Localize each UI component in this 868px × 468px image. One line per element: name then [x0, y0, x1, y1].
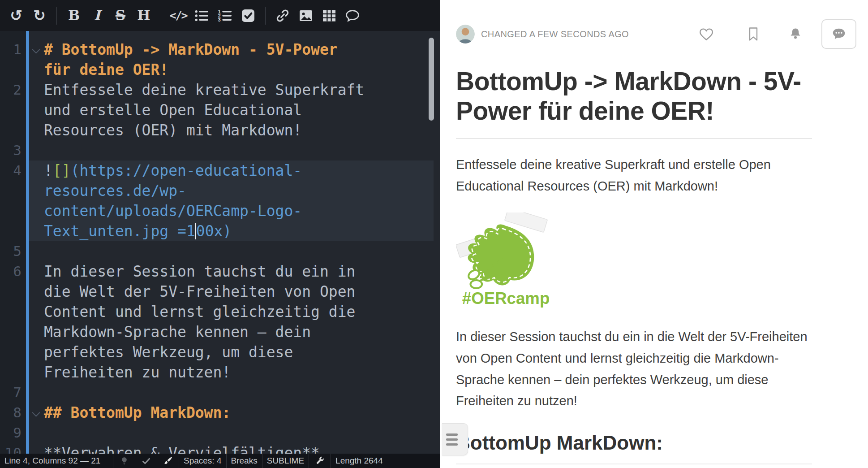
- code-row: 9: [0, 423, 440, 443]
- toolbar-code-button[interactable]: </>: [167, 5, 190, 26]
- code-segment: Markdown-Sprache kennen – dein: [44, 323, 311, 341]
- code-row: 5: [0, 241, 440, 261]
- bold-icon: B: [68, 9, 80, 22]
- code-segment: 00x): [196, 222, 232, 240]
- app-window: ↺↻BISH</>123 1# BottomUp -> MarkDown - 5…: [0, 0, 868, 468]
- code-row: die Welt der 5V-Freiheiten von Open: [0, 282, 440, 302]
- code-row: Content und lernst gleichzeitig die: [0, 302, 440, 322]
- toolbar-bold-button[interactable]: B: [62, 5, 86, 26]
- code-segment: für deine OER!: [44, 61, 168, 78]
- fold-chevron-icon[interactable]: [32, 408, 40, 416]
- code-segment: Freiheiten zu nutzen!: [44, 364, 231, 381]
- status-wrench-icon[interactable]: [309, 454, 331, 468]
- code-row: 2Entfessele deine kreative Superkraft: [0, 80, 440, 100]
- doc-title: BottomUp -> MarkDown - 5V-Power für dein…: [456, 66, 812, 126]
- code-line-4[interactable]: 4![](https://open-educational-resources.…: [0, 160, 440, 241]
- code-row: und erstelle Open Educational: [0, 100, 440, 120]
- code-line-9[interactable]: 9: [0, 423, 440, 443]
- code-row: 3: [0, 140, 440, 160]
- code-segment: perfektes Werkzeug, um diese: [44, 343, 293, 361]
- toolbar-divider: [161, 7, 161, 25]
- code-line-2[interactable]: 2Entfessele deine kreative Superkraftund…: [0, 80, 440, 140]
- editor-scrollbar-thumb[interactable]: [429, 38, 434, 121]
- code-row: resources.de/wp-: [0, 181, 440, 201]
- code-row: perfektes Werkzeug, um diese: [0, 342, 440, 362]
- toolbar-ol-list-button[interactable]: 123: [213, 5, 236, 26]
- code-row: 7: [0, 382, 440, 403]
- editor-toolbar: ↺↻BISH</>123: [0, 0, 440, 31]
- pane-resize-grip[interactable]: [442, 423, 468, 455]
- toolbar-checkbox-button[interactable]: [236, 5, 260, 26]
- status-label[interactable]: Line 4, Columns 92 — 21: [0, 454, 113, 468]
- line-number: 1: [0, 39, 21, 60]
- code-row: 1# BottomUp -> MarkDown - 5V-Power: [0, 39, 440, 60]
- code-row: 4![](https://open-educational-: [0, 160, 440, 181]
- code-line-5[interactable]: 5: [0, 241, 440, 261]
- bookmark-icon[interactable]: [747, 27, 760, 41]
- code-row: Freiheiten zu nutzen!: [0, 362, 440, 382]
- code-segment: ## BottomUp MarkDown:: [44, 404, 231, 421]
- code-segment: !: [44, 162, 53, 179]
- toolbar-ul-list-button[interactable]: [190, 5, 213, 26]
- code-segment: []: [53, 162, 71, 179]
- code-editor[interactable]: 1# BottomUp -> MarkDown - 5V-Powerfür de…: [0, 31, 440, 454]
- status-label[interactable]: SUBLIME: [262, 454, 309, 468]
- svg-text:3: 3: [218, 17, 221, 22]
- line-number: 10: [0, 443, 21, 454]
- toolbar-link-button[interactable]: [271, 5, 294, 26]
- line-number: 6: [0, 261, 21, 282]
- status-label[interactable]: Spaces: 4: [179, 454, 226, 468]
- line-number: 9: [0, 423, 21, 443]
- markdown-preview: BottomUp -> MarkDown - 5V-Power für dein…: [440, 49, 812, 464]
- toolbar-table-button[interactable]: [318, 5, 341, 26]
- line-number: 5: [0, 241, 21, 261]
- status-check-icon[interactable]: [135, 454, 157, 468]
- toolbar-divider: [265, 7, 266, 25]
- status-brush-icon[interactable]: [157, 454, 179, 468]
- code-line-3[interactable]: 3: [0, 140, 440, 160]
- line-number: 4: [0, 160, 21, 181]
- code-segment: Text_unten.jpg =1: [44, 222, 195, 240]
- code-row: 10**Verwahren & Vervielfältigen**: [0, 443, 440, 454]
- code-segment: In dieser Session tauchst du ein in: [44, 263, 355, 280]
- fold-chevron-icon[interactable]: [32, 45, 40, 53]
- line-number: 7: [0, 382, 21, 403]
- code-line-8[interactable]: 8## BottomUp MarkDown:: [0, 403, 440, 423]
- code-segment: (https://open-educational-: [71, 162, 302, 179]
- toolbar-heading-button[interactable]: H: [132, 5, 155, 26]
- code-row: für deine OER!: [0, 60, 440, 80]
- status-label[interactable]: Length 2644: [331, 454, 387, 468]
- toolbar-image-button[interactable]: [294, 5, 318, 26]
- undo-icon: ↺: [10, 8, 22, 23]
- strikethrough-icon: S: [116, 9, 125, 22]
- heading-icon: H: [137, 9, 150, 22]
- toolbar-undo-button[interactable]: ↺: [4, 5, 28, 26]
- code-icon: </>: [169, 9, 187, 22]
- code-line-1[interactable]: 1# BottomUp -> MarkDown - 5V-Powerfür de…: [0, 39, 440, 80]
- ol-list-icon: 123: [218, 9, 232, 23]
- toolbar-italic-button[interactable]: I: [86, 5, 109, 26]
- code-line-6[interactable]: 6In dieser Session tauchst du ein indie …: [0, 261, 440, 382]
- toolbar-divider: [56, 7, 57, 25]
- code-row: Markdown-Sprache kennen – dein: [0, 322, 440, 342]
- code-row: Text_unten.jpg =100x): [0, 221, 440, 241]
- toolbar-strikethrough-button[interactable]: S: [109, 5, 132, 26]
- comment-icon: [831, 27, 847, 41]
- checkbox-icon: [241, 9, 255, 23]
- avatar[interactable]: [456, 25, 475, 43]
- toolbar-comment-button[interactable]: [341, 5, 364, 26]
- ul-list-icon: [194, 9, 209, 23]
- code-segment: und erstelle Open Educational: [44, 101, 302, 119]
- heart-icon[interactable]: [699, 27, 714, 41]
- comments-button[interactable]: [821, 19, 856, 49]
- code-line-10[interactable]: 10**Verwahren & Vervielfältigen**: [0, 443, 440, 454]
- h2-divider: [456, 464, 812, 464]
- title-divider: [456, 138, 812, 139]
- code-segment: **Verwahren & Vervielfältigen**: [44, 444, 320, 454]
- line-number: 2: [0, 80, 21, 100]
- status-lightbulb-icon[interactable]: [113, 454, 135, 468]
- code-line-7[interactable]: 7: [0, 382, 440, 403]
- toolbar-redo-button[interactable]: ↻: [28, 5, 51, 26]
- status-label[interactable]: Breaks: [226, 454, 262, 468]
- bell-icon[interactable]: [788, 27, 803, 41]
